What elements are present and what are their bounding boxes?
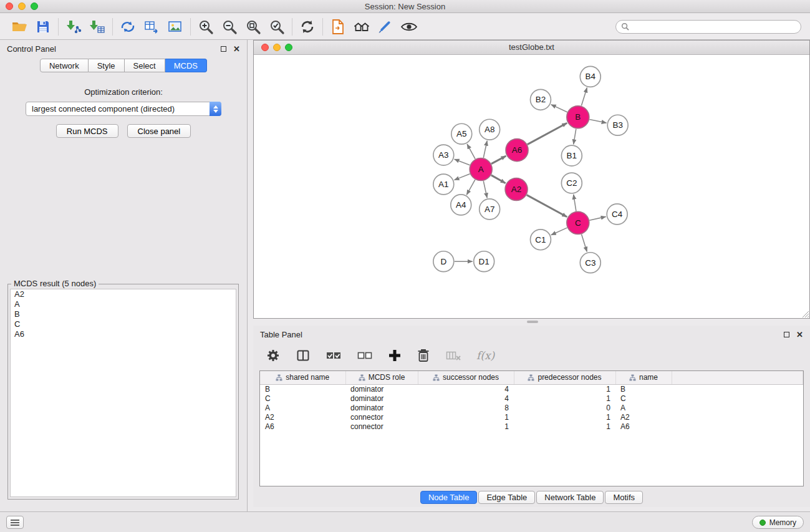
graph-edge-A-A1[interactable] bbox=[454, 174, 470, 180]
graph-edge-A-A4[interactable] bbox=[466, 180, 475, 195]
graph-edge-A-A8[interactable] bbox=[483, 141, 487, 158]
table-settings-button[interactable] bbox=[266, 348, 281, 363]
graph-edge-C-C1[interactable] bbox=[551, 228, 567, 235]
table-row-A[interactable]: Adominator80A bbox=[260, 403, 803, 412]
export-image-button[interactable] bbox=[163, 16, 187, 38]
tab-edge-table[interactable]: Edge Table bbox=[478, 491, 535, 504]
column-header-name[interactable]: name bbox=[615, 371, 672, 384]
graph-edge-B-B3[interactable] bbox=[589, 120, 606, 123]
graph-node-D1[interactable]: D1 bbox=[474, 251, 494, 272]
paste-document-button[interactable] bbox=[326, 16, 350, 38]
graph-node-A1[interactable]: A1 bbox=[433, 174, 454, 195]
graph-node-B4[interactable]: B4 bbox=[580, 66, 600, 87]
memory-button[interactable]: Memory bbox=[752, 516, 804, 529]
graph-node-C4[interactable]: C4 bbox=[607, 204, 627, 225]
graph-node-C1[interactable]: C1 bbox=[531, 230, 551, 250]
network-minimize-button[interactable] bbox=[273, 44, 281, 51]
export-table-button[interactable] bbox=[140, 16, 163, 38]
delete-column-button[interactable] bbox=[417, 348, 430, 363]
table-row-A6[interactable]: A6connector11A6 bbox=[260, 422, 803, 431]
table-row-C[interactable]: Cdominator41C bbox=[260, 394, 803, 403]
network-close-button[interactable] bbox=[261, 44, 269, 51]
graph-edge-A-A7[interactable] bbox=[483, 181, 487, 198]
criterion-dropdown[interactable]: largest connected component (directed) bbox=[26, 102, 221, 116]
graph-node-B1[interactable]: B1 bbox=[561, 145, 582, 166]
graph-node-A3[interactable]: A3 bbox=[433, 145, 454, 165]
mcds-result-item[interactable]: A bbox=[11, 299, 236, 309]
table-row-A2[interactable]: A2connector11A2 bbox=[260, 412, 803, 422]
column-header-predecessor-nodes[interactable]: predecessor nodes bbox=[514, 371, 615, 384]
add-column-button[interactable] bbox=[388, 349, 402, 362]
search-box[interactable] bbox=[615, 20, 801, 34]
tab-network[interactable]: Network bbox=[40, 59, 89, 72]
graph-edge-B-B4[interactable] bbox=[581, 88, 587, 106]
show-hide-button[interactable] bbox=[397, 16, 421, 38]
graph-node-C2[interactable]: C2 bbox=[561, 173, 582, 193]
resize-grip[interactable] bbox=[801, 310, 809, 318]
graph-node-A6[interactable]: A6 bbox=[506, 139, 528, 162]
graph-node-C[interactable]: C bbox=[567, 211, 589, 234]
close-panel-icon[interactable]: ✕ bbox=[233, 45, 240, 53]
import-network-button[interactable] bbox=[62, 16, 85, 38]
graph-edge-A-A3[interactable] bbox=[455, 159, 470, 165]
float-panel-icon[interactable] bbox=[221, 46, 226, 52]
horizontal-scrollbar[interactable] bbox=[527, 321, 538, 323]
deselect-all-button[interactable] bbox=[357, 349, 373, 362]
task-history-button[interactable] bbox=[6, 516, 24, 529]
zoom-fit-button[interactable] bbox=[241, 16, 265, 38]
table-row-B[interactable]: Bdominator41B bbox=[260, 384, 803, 394]
select-all-button[interactable] bbox=[325, 349, 342, 362]
graph-node-A[interactable]: A bbox=[470, 158, 492, 181]
mcds-result-item[interactable]: B bbox=[11, 309, 236, 319]
close-panel-button[interactable]: Close panel bbox=[127, 124, 191, 138]
graph-edge-A6-B[interactable] bbox=[528, 123, 567, 144]
zoom-in-button[interactable] bbox=[194, 16, 218, 38]
mcds-result-list[interactable]: A2ABCA6 bbox=[10, 289, 236, 497]
graph-node-B3[interactable]: B3 bbox=[607, 115, 628, 135]
graph-node-C3[interactable]: C3 bbox=[580, 253, 600, 273]
zoom-selected-button[interactable] bbox=[265, 16, 289, 38]
graph-node-A2[interactable]: A2 bbox=[505, 178, 528, 201]
graph-edge-A-A5[interactable] bbox=[467, 144, 475, 159]
mcds-result-item[interactable]: A2 bbox=[11, 289, 236, 299]
graph-edge-C-C4[interactable] bbox=[589, 216, 605, 220]
graph-edge-A-A2[interactable] bbox=[491, 175, 506, 183]
graph-node-A8[interactable]: A8 bbox=[480, 119, 500, 140]
search-input[interactable] bbox=[632, 22, 796, 31]
graph-edge-A2-C[interactable] bbox=[527, 195, 567, 217]
open-session-button[interactable] bbox=[7, 16, 31, 38]
graph-edge-A-A6[interactable] bbox=[491, 156, 506, 164]
node-table[interactable]: shared nameMCDS rolesuccessor nodesprede… bbox=[259, 370, 804, 486]
save-session-button[interactable] bbox=[31, 16, 55, 38]
graph-node-D[interactable]: D bbox=[433, 251, 454, 272]
tab-mcds[interactable]: MCDS bbox=[165, 59, 207, 72]
tab-style[interactable]: Style bbox=[89, 59, 125, 72]
mcds-result-item[interactable]: A6 bbox=[11, 329, 236, 339]
tab-select[interactable]: Select bbox=[125, 59, 165, 72]
delete-table-button[interactable] bbox=[445, 349, 461, 362]
mcds-result-item[interactable]: C bbox=[11, 319, 236, 329]
tab-motifs[interactable]: Motifs bbox=[605, 491, 643, 504]
graph-node-B[interactable]: B bbox=[567, 106, 589, 128]
import-table-button[interactable] bbox=[85, 16, 109, 38]
float-table-panel-icon[interactable] bbox=[784, 332, 789, 337]
graph-edge-B-B2[interactable] bbox=[551, 105, 567, 112]
graph-edge-C-C3[interactable] bbox=[582, 234, 587, 251]
column-header-MCDS-role[interactable]: MCDS role bbox=[345, 371, 418, 384]
network-zoom-button[interactable] bbox=[285, 44, 292, 51]
graph-node-A5[interactable]: A5 bbox=[451, 123, 472, 144]
zoom-out-button[interactable] bbox=[218, 16, 241, 38]
tab-node-table[interactable]: Node Table bbox=[420, 491, 478, 504]
graph-edge-B-B1[interactable] bbox=[574, 129, 576, 145]
home-views-button[interactable] bbox=[350, 16, 374, 38]
close-table-panel-icon[interactable]: ✕ bbox=[796, 331, 803, 339]
graph-edge-C-C2[interactable] bbox=[574, 195, 576, 211]
refresh-button[interactable] bbox=[296, 16, 319, 38]
export-network-button[interactable] bbox=[116, 16, 140, 38]
function-builder-button[interactable]: f(x) bbox=[476, 349, 494, 362]
dropdown-stepper[interactable] bbox=[210, 102, 221, 116]
show-columns-button[interactable] bbox=[296, 348, 311, 363]
run-mcds-button[interactable]: Run MCDS bbox=[56, 124, 118, 138]
graph-node-A4[interactable]: A4 bbox=[451, 195, 471, 215]
graph-node-A7[interactable]: A7 bbox=[480, 199, 500, 220]
